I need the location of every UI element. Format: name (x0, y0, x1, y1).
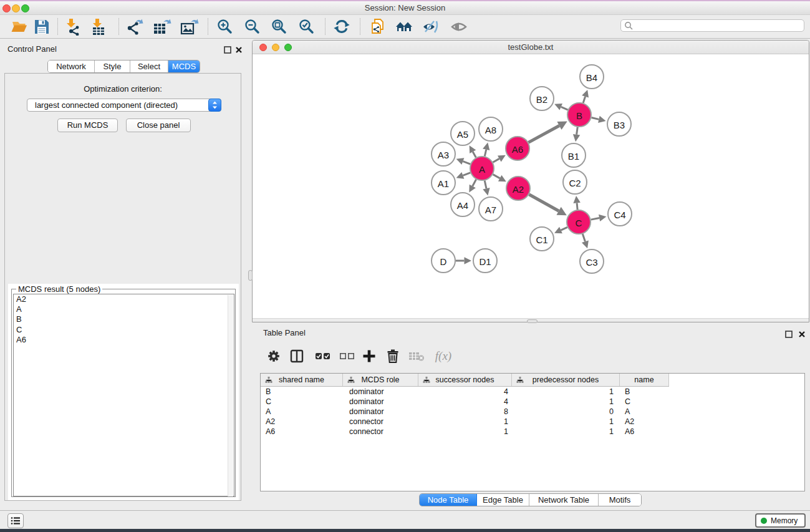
zoom-selected-button[interactable] (297, 17, 317, 37)
graph-edge[interactable] (591, 118, 599, 120)
graph-node-A5[interactable]: A5 (451, 122, 475, 145)
column-header[interactable]: successor nodes (418, 374, 512, 386)
graph-edge[interactable] (582, 234, 585, 241)
mcds-result-list[interactable]: A2 A B C A6 (13, 294, 234, 496)
graph-node-D1[interactable]: D1 (473, 249, 497, 273)
graph-node-C1[interactable]: C1 (530, 227, 554, 251)
minimize-traffic-light[interactable] (272, 44, 279, 51)
optimization-criterion-dropdown[interactable]: largest connected component (directed) (27, 99, 221, 112)
tab-network[interactable]: Network (48, 60, 95, 72)
graph-edge[interactable] (529, 195, 559, 211)
close-panel-button-2[interactable]: Close panel (126, 118, 191, 132)
tab-node-table[interactable]: Node Table (420, 494, 477, 506)
copy-network-button[interactable] (368, 17, 388, 37)
table-row[interactable]: Bdominator41B (261, 387, 669, 397)
show-panel-button[interactable] (449, 17, 469, 37)
result-item[interactable]: A2 (14, 294, 234, 304)
graph-edge[interactable] (473, 180, 476, 186)
zoom-traffic-light[interactable] (21, 4, 29, 12)
apply-function-button[interactable]: f(x) (430, 346, 457, 367)
import-table-button[interactable] (89, 17, 109, 37)
unselect-all-button[interactable] (337, 346, 358, 367)
export-table-button[interactable] (152, 17, 172, 37)
graph-edge[interactable] (463, 162, 470, 164)
graph-node-A7[interactable]: A7 (479, 197, 503, 221)
graph-node-D[interactable]: D (432, 249, 455, 273)
export-network-button[interactable] (125, 17, 145, 37)
table-row[interactable]: Adominator80A (261, 407, 669, 417)
graph-node-B3[interactable]: B3 (607, 112, 631, 136)
graph-node-C4[interactable]: C4 (608, 202, 632, 226)
tab-motifs[interactable]: Motifs (599, 494, 641, 506)
result-item[interactable]: A (14, 304, 234, 314)
delete-table-button[interactable] (406, 346, 427, 367)
graph-node-A8[interactable]: A8 (479, 117, 503, 141)
zoom-traffic-light[interactable] (284, 44, 292, 51)
graph-node-B[interactable]: B (567, 103, 591, 127)
graph-edge[interactable] (577, 127, 578, 135)
table-row[interactable]: A6connector11A6 (261, 427, 669, 437)
graph-edge[interactable] (577, 203, 577, 210)
memory-button[interactable]: Memory (755, 513, 806, 528)
close-traffic-light[interactable] (2, 4, 11, 12)
column-header[interactable]: name (620, 374, 669, 386)
table-row[interactable]: A2connector11A2 (261, 417, 669, 427)
add-column-button[interactable] (359, 346, 380, 367)
select-all-button[interactable] (312, 346, 334, 367)
column-header[interactable]: predecessor nodes (512, 374, 620, 386)
graph-edge[interactable] (485, 150, 486, 157)
graph-node-A4[interactable]: A4 (451, 193, 475, 216)
tab-mcds[interactable]: MCDS (168, 60, 200, 72)
graph-node-C[interactable]: C (567, 210, 591, 234)
graph-node-B1[interactable]: B1 (562, 143, 586, 167)
zoom-out-button[interactable] (243, 17, 263, 37)
close-panel-button[interactable] (235, 45, 243, 56)
graph-node-A1[interactable]: A1 (432, 171, 455, 195)
result-item[interactable]: C (14, 325, 234, 335)
splitter-handle-horizontal[interactable] (527, 319, 538, 323)
tab-select[interactable]: Select (130, 60, 168, 72)
search-input[interactable] (620, 19, 804, 32)
import-network-button[interactable] (63, 17, 83, 37)
close-traffic-light[interactable] (259, 44, 267, 51)
graph-edge[interactable] (473, 152, 476, 157)
graph-edge[interactable] (529, 125, 559, 142)
table-settings-button[interactable] (263, 346, 284, 367)
graph-node-B2[interactable]: B2 (530, 87, 554, 110)
graph-node-A2[interactable]: A2 (506, 177, 530, 200)
graph-edge[interactable] (561, 107, 568, 110)
run-mcds-button[interactable]: Run MCDS (57, 118, 118, 132)
graph-edge[interactable] (493, 158, 499, 162)
open-session-button[interactable] (9, 17, 29, 37)
graph-node-A6[interactable]: A6 (506, 137, 529, 160)
export-image-button[interactable] (180, 17, 200, 37)
graph-edge[interactable] (583, 97, 585, 103)
graph-node-A[interactable]: A (470, 157, 494, 180)
show-columns-button[interactable] (286, 346, 307, 367)
zoom-in-button[interactable] (215, 17, 235, 37)
graph-edge[interactable] (463, 173, 470, 175)
hide-panel-button[interactable] (421, 17, 441, 37)
graph-node-A3[interactable]: A3 (432, 142, 455, 166)
network-graph[interactable]: B4B2BB3A5A8A6B1A3AC2A1A2A4A7C4CC1C3DD1 (253, 55, 809, 319)
graph-node-B4[interactable]: B4 (580, 65, 604, 89)
column-header[interactable]: shared name (261, 374, 343, 386)
table-row[interactable]: Cdominator41C (261, 397, 669, 407)
splitter-handle-vertical[interactable] (248, 270, 253, 281)
tab-network-table[interactable]: Network Table (529, 494, 599, 506)
column-header[interactable]: MCDS role (343, 374, 418, 386)
home-button[interactable] (394, 17, 414, 37)
zoom-fit-button[interactable] (269, 17, 289, 37)
save-session-button[interactable] (32, 17, 52, 37)
close-table-panel-button[interactable] (798, 329, 806, 341)
network-window-titlebar[interactable]: testGlobe.txt (253, 41, 809, 54)
result-item[interactable]: A6 (14, 335, 234, 345)
result-item[interactable]: B (14, 314, 234, 324)
graph-edge[interactable] (493, 175, 500, 178)
result-scrollbar[interactable] (228, 295, 233, 496)
graph-edge[interactable] (591, 218, 600, 220)
float-panel-button[interactable] (224, 45, 231, 56)
tab-edge-table[interactable]: Edge Table (477, 494, 529, 506)
refresh-button[interactable] (332, 17, 352, 37)
graph-edge[interactable] (485, 181, 486, 189)
